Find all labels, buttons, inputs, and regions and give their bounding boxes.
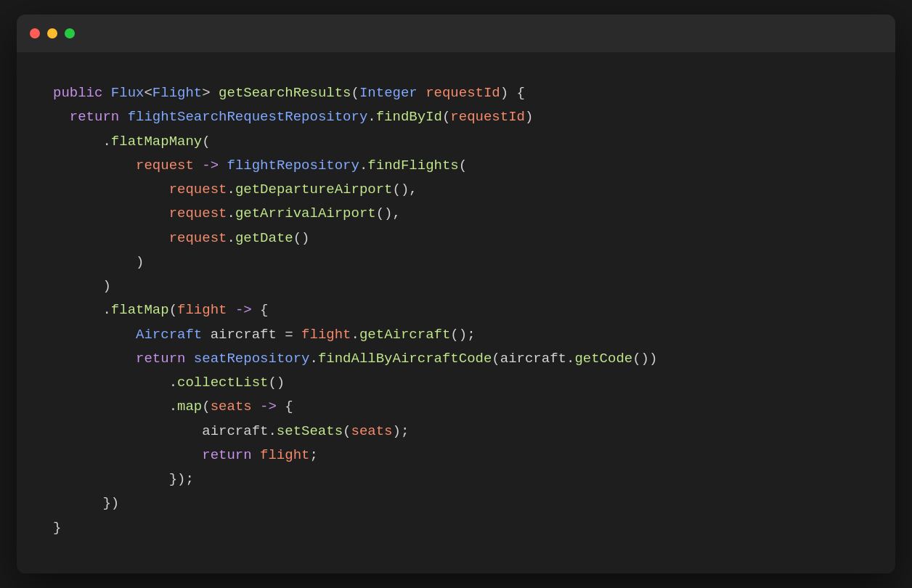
- code-line-9: ): [53, 274, 859, 298]
- code-line-12: return seatRepository.findAllByAircraftC…: [53, 347, 859, 371]
- titlebar: [17, 15, 895, 52]
- code-line-19: }: [53, 516, 859, 540]
- code-line-18: }): [53, 491, 859, 515]
- maximize-button[interactable]: [65, 28, 75, 38]
- code-line-6: request.getArrivalAirport(),: [53, 202, 859, 226]
- code-line-7: request.getDate(): [53, 226, 859, 250]
- code-line-10: .flatMap(flight -> {: [53, 298, 859, 322]
- code-editor: public Flux<Flight> getSearchResults(Int…: [17, 52, 895, 569]
- code-line-11: Aircraft aircraft = flight.getAircraft()…: [53, 323, 859, 347]
- code-line-2: return flightSearchRequestRepository.fin…: [53, 105, 859, 129]
- code-line-4: request -> flightRepository.findFlights(: [53, 154, 859, 178]
- close-button[interactable]: [30, 28, 40, 38]
- code-line-16: return flight;: [53, 444, 859, 467]
- code-line-13: .collectList(): [53, 371, 859, 395]
- code-line-5: request.getDepartureAirport(),: [53, 178, 859, 202]
- minimize-button[interactable]: [47, 28, 57, 38]
- code-line-8: ): [53, 250, 859, 274]
- code-line-3: .flatMapMany(: [53, 130, 859, 154]
- code-line-17: });: [53, 467, 859, 491]
- code-line-14: .map(seats -> {: [53, 395, 859, 419]
- code-line-1: public Flux<Flight> getSearchResults(Int…: [53, 81, 859, 105]
- code-line-15: aircraft.setSeats(seats);: [53, 420, 859, 444]
- code-window: public Flux<Flight> getSearchResults(Int…: [17, 15, 895, 573]
